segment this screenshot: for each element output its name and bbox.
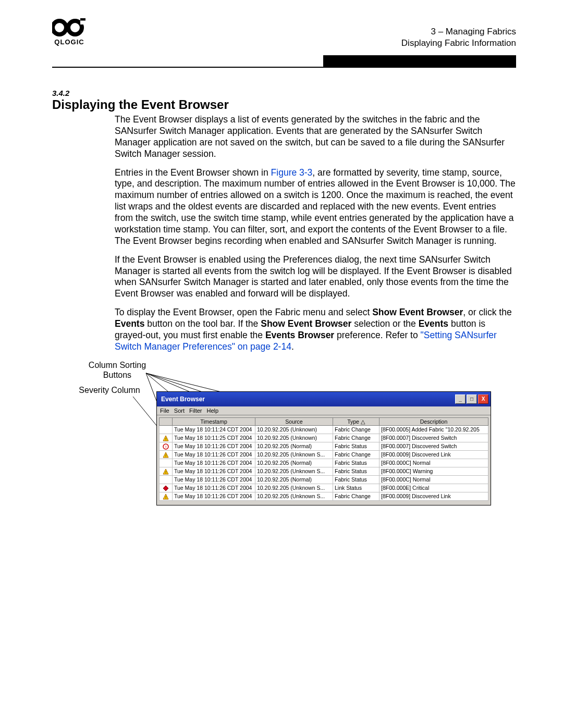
- menu-filter[interactable]: Filter: [189, 408, 202, 414]
- table-row[interactable]: Tue May 18 10:11:26 CDT 200410.20.92.205…: [160, 459, 488, 467]
- paragraph-3: If the Event Browser is enabled using th…: [115, 254, 516, 300]
- col-type[interactable]: Type △: [333, 417, 380, 425]
- section-number: 3.4.2: [52, 89, 516, 97]
- svg-marker-17: [163, 486, 168, 491]
- table-row[interactable]: Tue May 18 10:11:24 CDT 200410.20.92.205…: [160, 425, 488, 434]
- col-severity[interactable]: [160, 417, 173, 425]
- cell-timestamp: Tue May 18 10:11:24 CDT 2004: [173, 425, 255, 434]
- cell-description: [8F00.000C] Normal: [380, 475, 488, 484]
- cell-severity: !: [160, 492, 173, 500]
- svg-text:!: !: [165, 470, 166, 475]
- svg-point-0: [53, 21, 66, 34]
- cell-severity: !: [160, 442, 173, 450]
- cell-source: 10.20.92.205 (Unknown S...: [255, 492, 333, 500]
- cell-timestamp: Tue May 18 10:11:26 CDT 2004: [173, 459, 255, 467]
- event-browser-window: Event Browser _ □ X File Sort Filter Hel…: [156, 391, 491, 505]
- cell-source: 10.20.92.205 (Unknown S...: [255, 450, 333, 459]
- cell-timestamp: Tue May 18 10:11:26 CDT 2004: [173, 484, 255, 492]
- cell-type: Fabric Change: [333, 450, 380, 459]
- cell-source: 10.20.92.205 (Normal): [255, 459, 333, 467]
- cell-type: Fabric Change: [333, 425, 380, 434]
- figure-area: Column Sorting Buttons Severity Column E…: [52, 360, 516, 563]
- cell-description: [8F00.0005] Added Fabric "10.20.92.205: [380, 425, 488, 434]
- paragraph-4: To display the Event Browser, open the F…: [115, 307, 516, 353]
- cell-source: 10.20.92.205 (Unknown): [255, 425, 333, 434]
- cell-severity: [160, 459, 173, 467]
- cell-type: Fabric Status: [333, 442, 380, 450]
- cell-severity: !: [160, 434, 173, 442]
- maximize-button[interactable]: □: [467, 394, 477, 404]
- menu-sort[interactable]: Sort: [174, 408, 185, 414]
- cell-type: Fabric Change: [333, 434, 380, 442]
- cell-source: 10.20.92.205 (Normal): [255, 475, 333, 484]
- window-titlebar[interactable]: Event Browser _ □ X: [157, 392, 491, 406]
- event-table: Timestamp Source Type △ Description Tue …: [159, 417, 488, 501]
- paragraph-1: The Event Browser displays a list of eve…: [115, 114, 516, 160]
- cell-description: [8F00.000E] Critical: [380, 484, 488, 492]
- cell-timestamp: Tue May 18 10:11:25 CDT 2004: [173, 434, 255, 442]
- cell-type: Fabric Status: [333, 459, 380, 467]
- page-header-right: 3 – Managing Fabrics Displaying Fabric I…: [401, 26, 516, 49]
- cell-description: [8F00.0007] Discovered Switch: [380, 434, 488, 442]
- header-black-bar: [323, 55, 516, 68]
- section-title: Displaying the Event Browser: [52, 97, 516, 112]
- cell-type: Link Status: [333, 484, 380, 492]
- cell-source: 10.20.92.205 (Unknown): [255, 434, 333, 442]
- cell-description: [8F00.0009] Discovered Link: [380, 492, 488, 500]
- figure-link[interactable]: Figure 3-3: [271, 167, 313, 178]
- cell-timestamp: Tue May 18 10:11:26 CDT 2004: [173, 467, 255, 475]
- cell-type: Fabric Change: [333, 492, 380, 500]
- cell-source: 10.20.92.205 (Normal): [255, 442, 333, 450]
- window-title: Event Browser: [159, 396, 205, 403]
- cell-description: [8F00.0009] Discovered Link: [380, 450, 488, 459]
- svg-text:!: !: [165, 495, 166, 500]
- table-row[interactable]: Tue May 18 10:11:26 CDT 200410.20.92.205…: [160, 475, 488, 484]
- cell-severity: [160, 425, 173, 434]
- cell-timestamp: Tue May 18 10:11:26 CDT 2004: [173, 442, 255, 450]
- menubar: File Sort Filter Help: [157, 406, 491, 415]
- cell-timestamp: Tue May 18 10:11:26 CDT 2004: [173, 492, 255, 500]
- close-button[interactable]: X: [478, 394, 488, 404]
- cell-severity: [160, 475, 173, 484]
- cell-description: [8F00.0007] Discovered Switch: [380, 442, 488, 450]
- cell-type: Fabric Status: [333, 475, 380, 484]
- table-row[interactable]: !Tue May 18 10:11:26 CDT 200410.20.92.20…: [160, 442, 488, 450]
- cell-description: [8F00.000C] Warning: [380, 467, 488, 475]
- cell-source: 10.20.92.205 (Unknown S...: [255, 467, 333, 475]
- cell-severity: !: [160, 467, 173, 475]
- table-row[interactable]: !Tue May 18 10:11:26 CDT 200410.20.92.20…: [160, 450, 488, 459]
- menu-file[interactable]: File: [160, 408, 169, 414]
- col-source[interactable]: Source: [255, 417, 333, 425]
- brand-name: QLOGIC: [52, 38, 87, 46]
- brand-logo: QLOGIC: [52, 18, 87, 46]
- cell-timestamp: Tue May 18 10:11:26 CDT 2004: [173, 475, 255, 484]
- menu-help[interactable]: Help: [207, 408, 219, 414]
- cell-severity: !: [160, 450, 173, 459]
- col-timestamp[interactable]: Timestamp: [173, 417, 255, 425]
- cell-description: [8F00.000C] Normal: [380, 459, 488, 467]
- table-row[interactable]: Tue May 18 10:11:26 CDT 200410.20.92.205…: [160, 484, 488, 492]
- col-description[interactable]: Description: [380, 417, 488, 425]
- cell-type: Fabric Status: [333, 467, 380, 475]
- table-row[interactable]: !Tue May 18 10:11:26 CDT 200410.20.92.20…: [160, 492, 488, 500]
- svg-point-1: [68, 21, 82, 34]
- header-chapter: 3 – Managing Fabrics: [401, 26, 516, 38]
- cell-timestamp: Tue May 18 10:11:26 CDT 2004: [173, 450, 255, 459]
- svg-text:!: !: [165, 453, 166, 458]
- header-topic: Displaying Fabric Information: [401, 38, 516, 49]
- minimize-button[interactable]: _: [455, 394, 466, 404]
- cell-source: 10.20.92.205 (Unknown S...: [255, 484, 333, 492]
- header-rule: [52, 67, 516, 68]
- table-row[interactable]: !Tue May 18 10:11:25 CDT 200410.20.92.20…: [160, 434, 488, 442]
- svg-text:!: !: [165, 437, 166, 441]
- table-row[interactable]: !Tue May 18 10:11:26 CDT 200410.20.92.20…: [160, 467, 488, 475]
- svg-text:!: !: [165, 445, 166, 449]
- cell-severity: [160, 484, 173, 492]
- paragraph-2: Entries in the Event Browser shown in Fi…: [115, 167, 516, 247]
